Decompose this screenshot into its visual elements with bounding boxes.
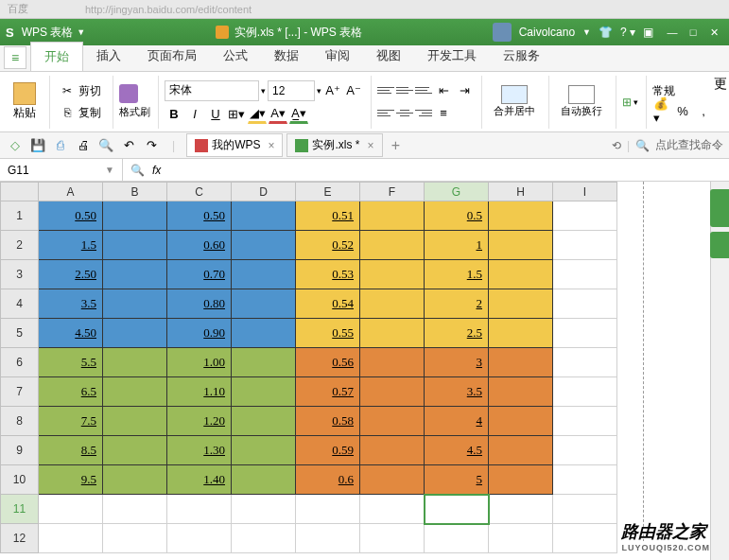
row-header-7[interactable]: 7 — [1, 377, 39, 407]
decrease-font-button[interactable]: A⁻ — [344, 81, 363, 100]
cell-I8[interactable] — [553, 407, 617, 436]
cell-E1[interactable]: 0.51 — [296, 201, 360, 231]
cell-F10[interactable] — [360, 465, 425, 495]
cell-F5[interactable] — [360, 319, 425, 348]
cell-C2[interactable]: 0.60 — [167, 231, 232, 260]
percent-button[interactable]: % — [673, 101, 692, 120]
print-button[interactable]: 🖨 — [74, 136, 93, 155]
align-left-button[interactable] — [377, 106, 394, 121]
menu-tab-插入[interactable]: 插入 — [83, 42, 134, 71]
cell-H4[interactable] — [489, 289, 553, 319]
underline-button[interactable]: U — [206, 105, 225, 124]
cell-B8[interactable] — [103, 407, 167, 436]
print-preview-button[interactable]: 🔍 — [96, 136, 115, 155]
row-header-11[interactable]: 11 — [1, 495, 39, 524]
cell-D10[interactable] — [232, 465, 296, 495]
cell-G10[interactable]: 5 — [425, 465, 489, 495]
cell-D2[interactable] — [232, 231, 296, 260]
close-tab-icon[interactable]: × — [268, 139, 274, 152]
cell-G7[interactable]: 3.5 — [425, 377, 489, 407]
redo-button[interactable]: ↷ — [142, 136, 161, 155]
cell-C11[interactable] — [167, 495, 232, 524]
cell-G11[interactable] — [425, 495, 489, 524]
box-icon[interactable]: ▣ — [643, 26, 653, 39]
col-header-E[interactable]: E — [296, 183, 360, 201]
row-col-dropdown-icon[interactable]: ▾ — [634, 97, 638, 107]
cell-H7[interactable] — [489, 377, 553, 407]
cell-A7[interactable]: 6.5 — [39, 377, 103, 407]
font-size-select[interactable] — [268, 80, 315, 101]
cell-D7[interactable] — [232, 377, 296, 407]
lookup-icon[interactable]: 🔍 — [130, 164, 145, 177]
row-header-4[interactable]: 4 — [1, 289, 39, 319]
cell-D1[interactable] — [232, 201, 296, 231]
cell-C4[interactable]: 0.80 — [167, 289, 232, 319]
name-box[interactable]: G11 ▼ — [0, 159, 123, 181]
cell-B7[interactable] — [103, 377, 167, 407]
cell-E5[interactable]: 0.55 — [296, 319, 360, 348]
cell-A5[interactable]: 4.50 — [39, 319, 103, 348]
cell-C7[interactable]: 1.10 — [167, 377, 232, 407]
cell-F1[interactable] — [360, 201, 425, 231]
cell-H1[interactable] — [489, 201, 553, 231]
font-color-button[interactable]: A▾ — [269, 105, 287, 124]
cell-E7[interactable]: 0.57 — [296, 377, 360, 407]
col-header-G[interactable]: G — [425, 183, 489, 201]
cell-F12[interactable] — [360, 524, 425, 553]
undo-button[interactable]: ↶ — [119, 136, 138, 155]
col-header-F[interactable]: F — [360, 183, 425, 201]
cell-H2[interactable] — [489, 231, 553, 260]
row-col-icon[interactable]: ⊞ — [622, 96, 632, 109]
comma-button[interactable]: , — [694, 101, 713, 120]
cell-F11[interactable] — [360, 495, 425, 524]
cell-C12[interactable] — [167, 524, 232, 553]
cell-A6[interactable]: 5.5 — [39, 348, 103, 377]
col-header-I[interactable]: I — [553, 183, 617, 201]
maximize-button[interactable]: □ — [684, 25, 703, 40]
cell-A12[interactable] — [39, 524, 103, 553]
cell-G8[interactable]: 4 — [425, 407, 489, 436]
cell-D9[interactable] — [232, 436, 296, 465]
row-header-6[interactable]: 6 — [1, 348, 39, 377]
cell-I7[interactable] — [553, 377, 617, 407]
col-header-A[interactable]: A — [39, 183, 103, 201]
cell-G2[interactable]: 1 — [425, 231, 489, 260]
cell-E2[interactable]: 0.52 — [296, 231, 360, 260]
doc-tab-xls[interactable]: 实例.xls * × — [286, 133, 382, 157]
copy-button[interactable]: ⎘复制 — [56, 103, 105, 123]
indent-increase-button[interactable]: ⇥ — [455, 81, 474, 100]
align-middle-button[interactable] — [396, 83, 413, 98]
col-header-B[interactable]: B — [103, 183, 167, 201]
cell-G1[interactable]: 0.5 — [425, 201, 489, 231]
col-header-C[interactable]: C — [167, 183, 232, 201]
side-panel-handle-2[interactable] — [710, 232, 729, 258]
cell-I2[interactable] — [553, 231, 617, 260]
cell-A4[interactable]: 3.5 — [39, 289, 103, 319]
cell-F8[interactable] — [360, 407, 425, 436]
cell-H11[interactable] — [489, 495, 553, 524]
cell-E10[interactable]: 0.6 — [296, 465, 360, 495]
cell-H12[interactable] — [489, 524, 553, 553]
cell-E6[interactable]: 0.56 — [296, 348, 360, 377]
fx-label[interactable]: fx — [152, 164, 161, 177]
menu-tab-审阅[interactable]: 审阅 — [312, 42, 363, 71]
row-header-1[interactable]: 1 — [1, 201, 39, 231]
wrap-text-button[interactable]: 自动换行 — [555, 83, 608, 120]
cell-E9[interactable]: 0.59 — [296, 436, 360, 465]
cell-F6[interactable] — [360, 348, 425, 377]
cell-G5[interactable]: 2.5 — [425, 319, 489, 348]
cell-E3[interactable]: 0.53 — [296, 260, 360, 289]
cell-B3[interactable] — [103, 260, 167, 289]
indent-decrease-button[interactable]: ⇤ — [434, 81, 453, 100]
cell-I9[interactable] — [553, 436, 617, 465]
merge-cells-button[interactable]: 合并居中 — [488, 83, 541, 120]
bold-button[interactable]: B — [165, 105, 183, 124]
row-header-8[interactable]: 8 — [1, 407, 39, 436]
user-avatar[interactable] — [493, 23, 512, 42]
close-button[interactable]: ✕ — [704, 25, 723, 40]
cell-C10[interactable]: 1.40 — [167, 465, 232, 495]
cell-H5[interactable] — [489, 319, 553, 348]
col-header-D[interactable]: D — [232, 183, 296, 201]
cell-G3[interactable]: 1.5 — [425, 260, 489, 289]
align-top-button[interactable] — [377, 83, 394, 98]
